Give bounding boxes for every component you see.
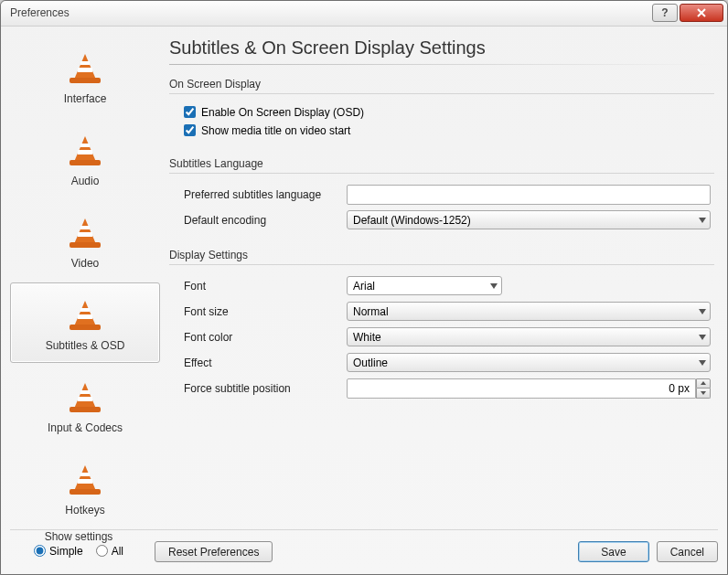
label-font: Font (184, 280, 347, 293)
subtitles-cone-icon (63, 293, 107, 337)
select-value: White (353, 331, 381, 344)
checkbox-show-title[interactable]: Show media title on video start (184, 124, 711, 137)
chevron-down-icon (699, 335, 706, 340)
spinner-up[interactable] (696, 378, 711, 389)
hotkeys-cone-icon (63, 458, 107, 502)
checkbox-input[interactable] (184, 106, 196, 118)
checkbox-input[interactable] (184, 124, 196, 136)
category-audio[interactable]: Audio (10, 118, 160, 198)
reset-preferences-button[interactable]: Reset Preferences (155, 541, 273, 562)
headphones-cone-icon (63, 129, 107, 173)
label-preferred-language: Preferred subtitles language (184, 188, 347, 201)
window-title: Preferences (10, 6, 652, 19)
category-label: Hotkeys (65, 504, 104, 516)
save-button[interactable]: Save (578, 541, 648, 562)
help-button[interactable]: ? (652, 4, 678, 22)
chevron-down-icon (490, 283, 498, 289)
close-icon (697, 8, 706, 17)
spinner-down[interactable] (696, 389, 711, 399)
group-display-settings: Display Settings Font Arial Font size (169, 249, 714, 402)
input-preferred-language[interactable] (347, 185, 711, 205)
settings-content: Subtitles & On Screen Display Settings O… (166, 32, 718, 527)
label-font-color: Font color (184, 331, 347, 344)
footer: Show settings Simple All Reset Preferenc… (10, 529, 718, 570)
checkbox-enable-osd[interactable]: Enable On Screen Display (OSD) (184, 106, 711, 119)
close-button[interactable] (680, 4, 723, 22)
label-effect: Effect (184, 357, 347, 369)
checkbox-label: Show media title on video start (201, 124, 350, 137)
titlebar: Preferences ? (1, 1, 727, 27)
select-font[interactable]: Arial (347, 276, 502, 295)
cone-icon (63, 47, 107, 91)
radio-all[interactable]: All (96, 545, 123, 558)
category-label: Video (71, 257, 99, 270)
category-subtitles-osd[interactable]: Subtitles & OSD (10, 282, 160, 363)
select-font-size[interactable]: Normal (347, 302, 711, 321)
spinner-input[interactable] (347, 378, 696, 399)
group-title: Display Settings (169, 249, 714, 261)
select-effect[interactable]: Outline (347, 353, 711, 372)
select-font-color[interactable]: White (347, 327, 711, 346)
client-area: Interface Audio Video (1, 27, 727, 529)
group-title: On Screen Display (169, 78, 714, 91)
select-default-encoding[interactable]: Default (Windows-1252) (347, 210, 711, 229)
chevron-down-icon (699, 218, 706, 223)
select-value: Arial (353, 280, 375, 293)
label-font-size: Font size (184, 305, 347, 318)
category-interface[interactable]: Interface (10, 36, 160, 116)
category-hotkeys[interactable]: Hotkeys (10, 447, 160, 527)
film-cone-icon (63, 211, 107, 255)
category-sidebar: Interface Audio Video (10, 32, 160, 527)
codecs-cone-icon (63, 376, 107, 420)
page-heading: Subtitles & On Screen Display Settings (169, 34, 714, 64)
preferences-window: Preferences ? Interface Audio (0, 0, 728, 575)
chevron-down-icon (699, 360, 706, 366)
category-input-codecs[interactable]: Input & Codecs (10, 365, 160, 445)
select-value: Normal (353, 305, 389, 318)
select-value: Outline (353, 357, 388, 369)
group-osd: On Screen Display Enable On Screen Displ… (169, 78, 714, 143)
select-value: Default (Windows-1252) (353, 214, 471, 227)
cancel-button[interactable]: Cancel (657, 541, 718, 562)
category-label: Input & Codecs (48, 421, 123, 434)
heading-separator (169, 64, 714, 65)
radio-simple[interactable]: Simple (34, 545, 83, 558)
chevron-down-icon (699, 309, 706, 314)
category-label: Subtitles & OSD (46, 339, 125, 352)
help-icon: ? (661, 6, 668, 19)
label-default-encoding: Default encoding (184, 214, 347, 227)
group-subtitles-language: Subtitles Language Preferred subtitles l… (169, 157, 714, 234)
show-settings-group: Show settings Simple All (10, 530, 147, 558)
category-label: Audio (71, 175, 100, 187)
category-video[interactable]: Video (10, 200, 160, 281)
spinner-force-position[interactable] (347, 378, 711, 399)
category-list: Interface Audio Video (10, 32, 160, 527)
checkbox-label: Enable On Screen Display (OSD) (201, 106, 364, 119)
label-force-position: Force subtitle position (184, 382, 347, 395)
category-label: Interface (64, 92, 107, 105)
group-title: Subtitles Language (169, 157, 714, 170)
show-settings-label: Show settings (45, 530, 113, 543)
